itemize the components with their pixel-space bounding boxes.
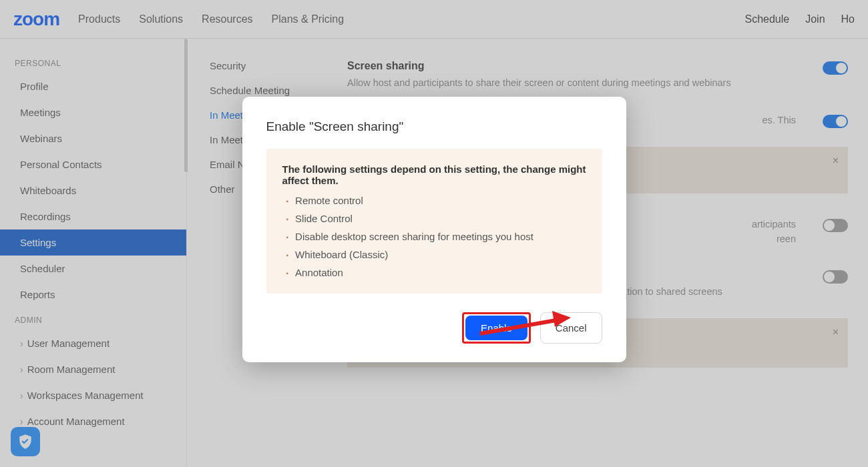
- dep-item: Disable desktop screen sharing for meeti…: [286, 227, 586, 246]
- dep-item: Annotation: [286, 264, 586, 282]
- highlight-enable: Enable: [462, 312, 531, 344]
- modal-warning-lead: The following settings depend on this se…: [282, 163, 586, 186]
- enable-button[interactable]: Enable: [465, 316, 527, 340]
- dep-item: Remote control: [286, 191, 586, 209]
- modal-overlay: Enable "Screen sharing" The following se…: [0, 0, 868, 467]
- cancel-button[interactable]: Cancel: [540, 312, 602, 344]
- modal-warning-box: The following settings depend on this se…: [266, 149, 602, 294]
- dep-item: Whiteboard (Classic): [286, 246, 586, 264]
- dep-item: Slide Control: [286, 209, 586, 227]
- modal-title: Enable "Screen sharing": [266, 119, 602, 134]
- enable-screen-sharing-modal: Enable "Screen sharing" The following se…: [242, 97, 626, 362]
